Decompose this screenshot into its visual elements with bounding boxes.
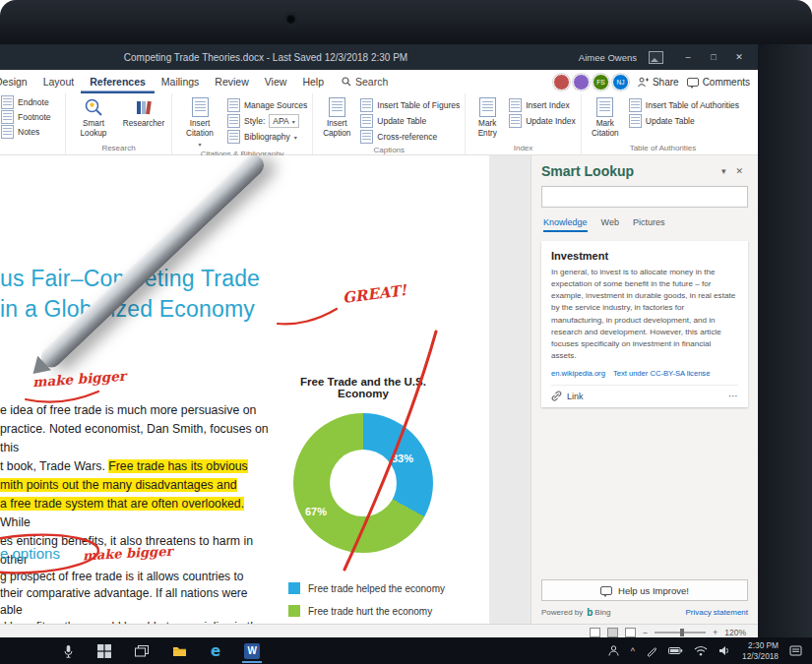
taskbar-clock[interactable]: 2:30 PM 12/3/2018 — [742, 640, 779, 662]
read-mode-button[interactable] — [590, 628, 600, 637]
close-button[interactable]: ✕ — [726, 52, 752, 62]
show-notes-button[interactable]: Notes — [1, 125, 39, 139]
feedback-bubble-icon — [600, 586, 612, 595]
battery-icon[interactable] — [668, 646, 683, 655]
lookup-search-input[interactable] — [541, 186, 748, 208]
task-view-button[interactable] — [133, 639, 151, 663]
ribbon-group-index: Mark Entry Insert Index Update Index Ind… — [466, 93, 582, 154]
researcher-button[interactable]: Researcher — [121, 95, 166, 129]
cross-reference-button[interactable]: Cross-reference — [360, 130, 460, 144]
zoom-level[interactable]: 120% — [724, 628, 746, 637]
powered-by-label: Powered by — [541, 608, 583, 617]
tab-review[interactable]: Review — [206, 70, 257, 93]
update-table-button[interactable]: Update Table — [360, 114, 460, 128]
share-button[interactable]: Share — [637, 77, 679, 88]
microphone-icon[interactable] — [61, 639, 76, 663]
next-footnote-button[interactable]: Footnote — [1, 110, 51, 124]
collaborator-avatars: FS NJ — [553, 74, 629, 91]
pane-tabs: Knowledge Web Pictures — [531, 208, 758, 232]
tab-help[interactable]: Help — [293, 70, 333, 93]
insert-table-of-authorities-button[interactable]: Insert Table of Authorities — [629, 98, 739, 112]
tab-web[interactable]: Web — [601, 217, 619, 232]
insert-citation-button[interactable]: Insert Citation ▾ — [177, 95, 222, 148]
update-table-icon — [360, 114, 373, 128]
donut-chart[interactable]: 33% 67% — [293, 413, 433, 553]
zoom-slider[interactable] — [655, 632, 706, 634]
device-frame: Competing Trade Theories.docx - Last Sav… — [0, 0, 812, 664]
zoom-in-button[interactable]: + — [713, 628, 718, 637]
tab-view[interactable]: View — [256, 70, 296, 93]
source-link[interactable]: en.wikipedia.org — [551, 369, 605, 378]
start-button[interactable] — [95, 639, 113, 663]
avatar[interactable]: FS — [593, 74, 609, 91]
tab-design[interactable]: Design — [0, 70, 36, 93]
web-layout-button[interactable] — [625, 628, 636, 637]
pen-tray-icon[interactable] — [646, 645, 657, 657]
pane-close-icon[interactable]: ✕ — [730, 166, 748, 176]
knowledge-card: Investment In general, to invest is to a… — [541, 241, 748, 407]
privacy-statement-link[interactable]: Privacy statement — [685, 608, 748, 617]
more-options-icon[interactable]: ⋯ — [728, 391, 738, 401]
ribbon-group-captions: Insert Caption Insert Table of Figures U… — [313, 93, 466, 154]
zoom-out-button[interactable]: − — [643, 628, 648, 637]
word-taskbar-icon[interactable]: W — [242, 639, 262, 663]
action-center-icon[interactable] — [789, 645, 802, 657]
insert-table-of-figures-button[interactable]: Insert Table of Figures — [360, 98, 460, 112]
bibliography-button[interactable]: Bibliography▾ — [227, 130, 307, 144]
zoom-slider-thumb[interactable] — [680, 629, 684, 636]
update-authorities-table-button[interactable]: Update Table — [629, 114, 739, 128]
group-label-research: Research — [71, 142, 166, 154]
volume-icon[interactable] — [718, 645, 731, 656]
search-box[interactable]: Search — [333, 70, 397, 93]
update-index-icon — [509, 114, 522, 128]
legend-swatch-blue — [288, 582, 300, 594]
avatar[interactable] — [573, 74, 590, 91]
pane-options-chevron-icon[interactable]: ▾ — [717, 166, 731, 176]
legend-item: Free trade hurt the economy — [288, 605, 445, 617]
help-us-improve-button[interactable]: Help us Improve! — [541, 579, 748, 601]
tab-mailings[interactable]: Mailings — [153, 70, 209, 93]
manage-sources-button[interactable]: Manage Sources — [227, 98, 307, 112]
people-icon[interactable] — [607, 644, 620, 657]
edge-browser-icon[interactable]: e — [209, 639, 222, 663]
ribbon-display-icon[interactable] — [649, 51, 663, 64]
insert-endnote-button[interactable]: Endnote — [1, 95, 49, 109]
minimize-button[interactable]: – — [675, 52, 701, 62]
smart-lookup-button[interactable]: Smart Lookup — [71, 95, 116, 139]
workspace: us Fair–Competing Trade in a Globalized … — [0, 155, 758, 624]
manage-sources-icon — [227, 98, 240, 112]
insert-caption-button[interactable]: Insert Caption — [318, 95, 355, 139]
researcher-icon — [134, 97, 154, 117]
mark-entry-button[interactable]: Mark Entry — [470, 95, 504, 139]
file-explorer-icon[interactable] — [170, 639, 189, 663]
tab-references[interactable]: References — [81, 70, 155, 93]
comments-button[interactable]: Comments — [687, 77, 750, 88]
update-index-button[interactable]: Update Index — [509, 114, 576, 128]
update-table-icon — [629, 114, 642, 128]
document-title-bar-text: Competing Trade Theories.docx - Last Sav… — [0, 52, 531, 63]
share-label: Share — [653, 77, 679, 88]
tab-pictures[interactable]: Pictures — [633, 217, 665, 232]
tab-knowledge[interactable]: Knowledge — [543, 217, 588, 232]
document-page[interactable]: us Fair–Competing Trade in a Globalized … — [0, 155, 489, 624]
endnote-icon — [1, 95, 14, 109]
mark-citation-button[interactable]: Mark Citation — [587, 95, 624, 139]
windows-logo-icon — [97, 644, 111, 658]
wifi-icon[interactable] — [694, 645, 708, 656]
show-hidden-icons-chevron[interactable]: ^ — [631, 646, 635, 656]
ribbon-group-research: Smart Lookup Researcher Research — [66, 93, 172, 154]
link-row[interactable]: Link ⋯ — [551, 391, 738, 401]
mark-citation-icon — [596, 97, 613, 117]
maximize-button[interactable]: □ — [701, 52, 726, 62]
avatar[interactable] — [553, 74, 570, 91]
cross-reference-icon — [360, 130, 373, 144]
license-link[interactable]: Text under CC-BY-SA license — [613, 369, 710, 378]
ribbon: Endnote Footnote Notes Smart Lookup Rese… — [0, 93, 758, 155]
tab-layout[interactable]: Layout — [34, 70, 84, 93]
document-subheading: e options — [0, 545, 60, 562]
style-dropdown[interactable]: Style: APA▾ — [227, 114, 307, 128]
print-layout-button[interactable] — [607, 628, 618, 637]
insert-index-button[interactable]: Insert Index — [509, 98, 576, 112]
signed-in-user: Aimee Owens — [579, 52, 637, 63]
avatar[interactable]: NJ — [612, 74, 629, 91]
